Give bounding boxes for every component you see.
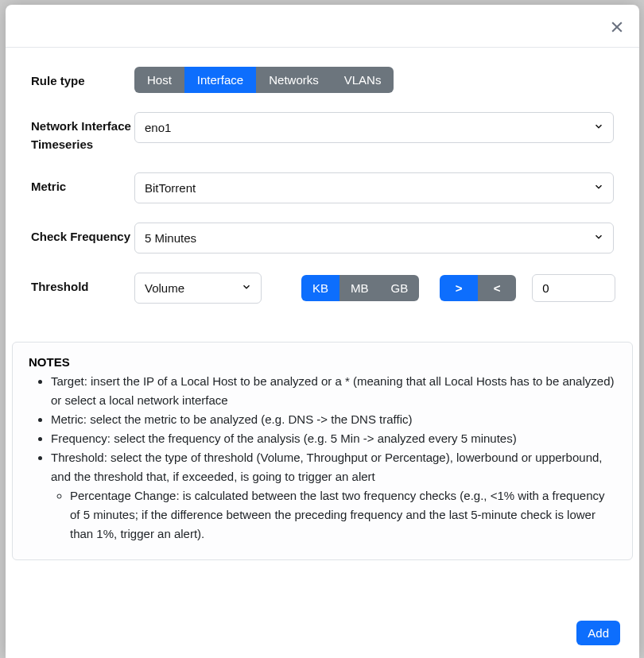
row-metric: Metric BitTorrent (31, 172, 614, 203)
check-frequency-select[interactable]: 5 Minutes (134, 223, 614, 254)
rule-type-option-vlans[interactable]: VLANs (332, 67, 394, 93)
notes-subitem: Percentage Change: is calculated between… (70, 486, 616, 544)
modal-footer: Add (6, 608, 639, 658)
threshold-value-input[interactable] (532, 274, 615, 302)
notes-card: NOTES Target: insert the IP of a Local H… (12, 342, 633, 560)
rule-type-option-host[interactable]: Host (134, 67, 184, 93)
threshold-unit-group: KB MB GB (301, 275, 419, 301)
threshold-type-select[interactable]: Volume (134, 273, 262, 304)
check-frequency-select-wrap: 5 Minutes (134, 223, 614, 254)
notes-list: Target: insert the IP of a Local Host to… (29, 372, 616, 544)
rule-type-option-interface[interactable]: Interface (184, 67, 256, 93)
threshold-type-wrap: Volume (134, 273, 262, 304)
notes-item: Frequency: select the frequency of the a… (51, 429, 616, 448)
modal-header (6, 5, 639, 48)
metric-select-wrap: BitTorrent (134, 172, 614, 203)
modal-dialog: Rule type Host Interface Networks VLANs … (6, 5, 639, 658)
row-rule-type: Rule type Host Interface Networks VLANs (31, 67, 614, 93)
threshold-unit-kb[interactable]: KB (301, 275, 339, 301)
threshold-comparator-lt[interactable]: < (478, 275, 516, 301)
network-interface-select[interactable]: eno1 (134, 112, 614, 143)
row-check-frequency: Check Frequency 5 Minutes (31, 223, 614, 254)
threshold-comparator-group: > < (440, 275, 516, 301)
notes-item: Metric: select the metric to be analyzed… (51, 410, 616, 429)
threshold-unit-mb[interactable]: MB (339, 275, 380, 301)
label-network-interface: Network Interface Timeseries (31, 112, 134, 153)
close-button[interactable] (607, 17, 627, 39)
add-button[interactable]: Add (576, 621, 620, 645)
notes-item-text: Threshold: select the type of threshold … (51, 451, 603, 483)
close-icon (609, 25, 625, 37)
notes-sublist: Percentage Change: is calculated between… (51, 486, 616, 544)
label-metric: Metric (31, 172, 134, 196)
threshold-comparator-gt[interactable]: > (440, 275, 478, 301)
modal-body: Rule type Host Interface Networks VLANs … (6, 48, 639, 608)
rule-type-option-networks[interactable]: Networks (256, 67, 332, 93)
threshold-controls: Volume KB MB GB > < (134, 273, 615, 304)
label-threshold: Threshold (31, 273, 134, 296)
rule-type-group: Host Interface Networks VLANs (134, 67, 394, 93)
threshold-unit-gb[interactable]: GB (380, 275, 420, 301)
rule-type-control: Host Interface Networks VLANs (134, 67, 614, 93)
row-network-interface: Network Interface Timeseries eno1 (31, 112, 614, 153)
label-rule-type: Rule type (31, 67, 134, 91)
network-interface-select-wrap: eno1 (134, 112, 614, 143)
notes-title: NOTES (29, 355, 616, 369)
metric-select[interactable]: BitTorrent (134, 172, 614, 203)
row-threshold: Threshold Volume KB MB GB > < (31, 273, 614, 304)
notes-item: Target: insert the IP of a Local Host to… (51, 372, 616, 410)
label-check-frequency: Check Frequency (31, 223, 134, 246)
notes-item: Threshold: select the type of threshold … (51, 448, 616, 544)
